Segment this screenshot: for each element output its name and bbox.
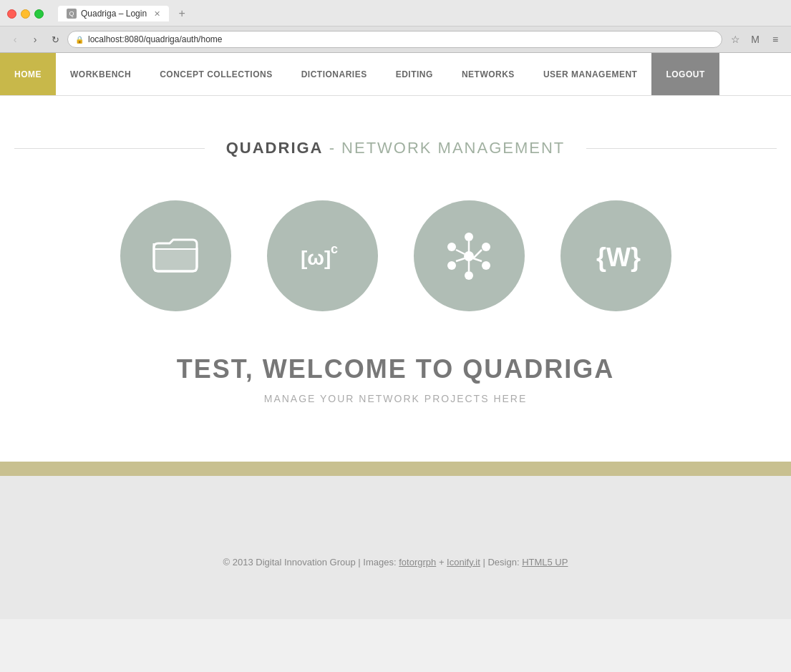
page-title-section: QUADRIGA - NETWORK MANAGEMENT bbox=[14, 139, 777, 157]
concept-icon-circle[interactable]: [ω] c bbox=[267, 200, 378, 311]
footer-copyright: © 2013 Digital Innovation Group | Images… bbox=[223, 557, 397, 568]
nav-home[interactable]: HOME bbox=[0, 53, 56, 95]
svg-text:[ω]: [ω] bbox=[301, 247, 331, 269]
network-icon bbox=[440, 228, 498, 285]
workspace-icon-circle[interactable]: {W} bbox=[561, 200, 671, 311]
icon-circles: [ω] c bbox=[120, 200, 671, 311]
refresh-button[interactable]: ↻ bbox=[47, 31, 63, 47]
svg-line-13 bbox=[456, 258, 465, 261]
svg-line-10 bbox=[473, 250, 482, 258]
tab-favicon: Q bbox=[67, 9, 77, 19]
title-line-left bbox=[14, 148, 205, 149]
main-nav: HOME WORKBENCH CONCEPT COLLECTIONS DICTI… bbox=[0, 53, 791, 96]
address-bar[interactable]: 🔒 localhost:8080/quadriga/auth/home bbox=[67, 31, 722, 48]
concept-icon: [ω] c bbox=[293, 228, 351, 285]
footer-design: | Design: bbox=[482, 557, 522, 568]
address-lock-icon: 🔒 bbox=[75, 36, 84, 44]
maximize-button[interactable] bbox=[34, 9, 44, 19]
folder-icon bbox=[147, 228, 204, 285]
page-subtitle-text: - NETWORK MANAGEMENT bbox=[329, 139, 566, 157]
browser-toolbar: ‹ › ↻ 🔒 localhost:8080/quadriga/auth/hom… bbox=[0, 26, 791, 52]
back-button[interactable]: ‹ bbox=[7, 31, 23, 47]
tab-title: Quadriga – Login bbox=[81, 9, 147, 19]
browser-actions: ☆ M ≡ bbox=[727, 31, 784, 48]
browser-titlebar: Q Quadriga – Login ✕ + bbox=[0, 0, 791, 26]
welcome-subtitle: MANAGE YOUR NETWORK PROJECTS HERE bbox=[264, 393, 528, 404]
nav-networks[interactable]: NETWORKS bbox=[447, 53, 529, 95]
folder-icon-circle[interactable] bbox=[120, 200, 231, 311]
svg-point-8 bbox=[447, 243, 456, 251]
traffic-lights bbox=[7, 9, 44, 19]
nav-concept-collections[interactable]: CONCEPT COLLECTIONS bbox=[145, 53, 287, 95]
brand-name: QUADRIGA bbox=[226, 139, 324, 157]
nav-editing[interactable]: EDITING bbox=[382, 53, 447, 95]
browser-tab[interactable]: Q Quadriga – Login ✕ bbox=[58, 6, 169, 21]
nav-user-management[interactable]: USER MANAGEMENT bbox=[529, 53, 652, 95]
footer-link-html5up[interactable]: HTML5 UP bbox=[522, 557, 568, 568]
svg-point-3 bbox=[465, 233, 473, 241]
nav-logout[interactable]: LOGOUT bbox=[651, 53, 719, 95]
hero-section: QUADRIGA - NETWORK MANAGEMENT [ω] c bbox=[0, 96, 791, 462]
nav-workbench[interactable]: WORKBENCH bbox=[56, 53, 145, 95]
address-url: localhost:8080/quadriga/auth/home bbox=[88, 34, 222, 44]
nav-dictionaries[interactable]: DICTIONARIES bbox=[287, 53, 382, 95]
svg-point-5 bbox=[482, 261, 490, 270]
forward-button[interactable]: › bbox=[27, 31, 43, 47]
menu-icon[interactable]: ≡ bbox=[767, 31, 784, 48]
minimize-button[interactable] bbox=[21, 9, 30, 19]
svg-point-6 bbox=[465, 271, 473, 280]
bookmark-icon[interactable]: ☆ bbox=[727, 31, 744, 48]
svg-line-14 bbox=[456, 250, 465, 254]
tab-close-icon[interactable]: ✕ bbox=[154, 9, 160, 19]
footer-link-iconify[interactable]: Iconify.it bbox=[447, 557, 480, 568]
app-wrapper: HOME WORKBENCH CONCEPT COLLECTIONS DICTI… bbox=[0, 53, 791, 619]
svg-line-11 bbox=[473, 258, 482, 261]
page-title: QUADRIGA - NETWORK MANAGEMENT bbox=[205, 139, 587, 157]
footer-plus: + bbox=[439, 557, 447, 568]
close-button[interactable] bbox=[7, 9, 16, 19]
welcome-title: TEST, WELCOME TO QUADRIGA bbox=[177, 354, 614, 384]
title-line-right bbox=[586, 148, 777, 149]
content-divider bbox=[0, 462, 791, 476]
svg-point-7 bbox=[447, 261, 456, 270]
footer-text: © 2013 Digital Innovation Group | Images… bbox=[223, 557, 568, 568]
browser-chrome: Q Quadriga – Login ✕ + ‹ › ↻ 🔒 localhost… bbox=[0, 0, 791, 53]
new-tab-button[interactable]: + bbox=[172, 6, 192, 21]
footer-link-fotograph[interactable]: fotorgrph bbox=[399, 557, 436, 568]
workspace-icon: {W} bbox=[587, 228, 644, 285]
svg-point-4 bbox=[482, 243, 490, 251]
svg-text:{W}: {W} bbox=[596, 243, 641, 272]
gmail-icon[interactable]: M bbox=[747, 31, 764, 48]
svg-text:c: c bbox=[331, 242, 338, 256]
network-icon-circle[interactable] bbox=[414, 200, 525, 311]
footer-section: © 2013 Digital Innovation Group | Images… bbox=[0, 476, 791, 619]
